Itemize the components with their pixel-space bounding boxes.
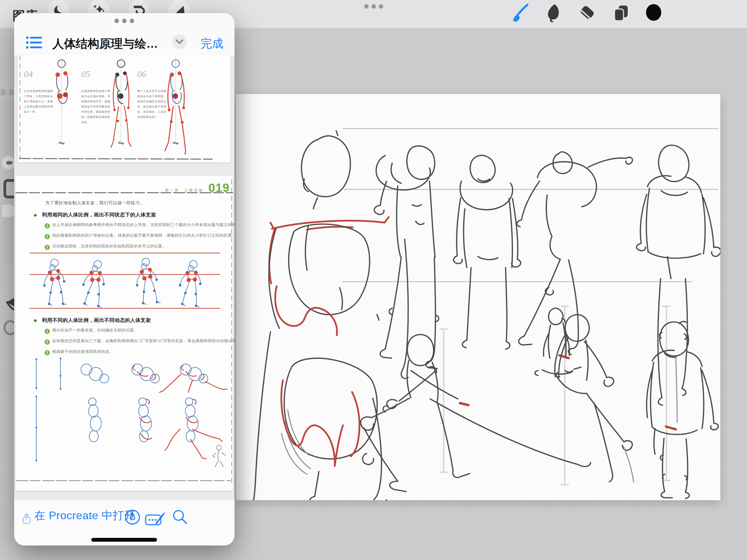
step-text: 整个人体支架可以简单地划分为躯干和四肢。绘制时先确定头部的位置，然后画出躯干和四… (137, 88, 166, 120)
multitask-indicator[interactable] (364, 4, 383, 9)
bullet-number-icon: 2 (45, 339, 50, 345)
title-menu-button[interactable] (172, 35, 187, 49)
bullet-number-icon: 1 (45, 223, 50, 228)
home-indicator[interactable] (91, 538, 157, 542)
pdf-page-1: 04分别在肩膀和胯部画两个球体，注意控制好这四个球体的大小，肩膀上的球体要比胯部… (18, 55, 230, 162)
open-in-procreate-button[interactable]: 在 Procreate 中打开 (34, 508, 135, 523)
exercise-bullet: 1画出长短不一的垂直线，分别确定头部的位置。 (45, 328, 138, 334)
chevron-down-icon (176, 39, 183, 44)
table-of-contents-button[interactable] (26, 35, 43, 50)
step-number: 04 (24, 69, 33, 80)
smudge-button[interactable] (544, 3, 563, 22)
hidden-ui-pill (2, 205, 15, 217)
exercise-bullet: 3根据躯干的状态安排四肢的动态。 (45, 349, 113, 355)
bullet-number-icon: 3 (45, 245, 50, 250)
same-proportion-exercise-figure (16, 250, 233, 311)
layers-icon (611, 3, 630, 22)
step04-figure (51, 55, 72, 156)
eraser-icon (578, 3, 597, 22)
section2-heading: ◆利用不同的人体比例，画出不同动态的人体支架 (34, 317, 151, 324)
search-icon[interactable] (172, 509, 188, 525)
quicklook-toolbar: 在 Procreate 中打开 (14, 500, 234, 545)
step05-figure (110, 55, 132, 156)
hidden-ui-dash (6, 161, 12, 165)
hidden-ui-fragment (1, 89, 6, 95)
bullet-number-icon: 3 (45, 350, 50, 355)
step-number: 06 (137, 69, 146, 80)
layers-button[interactable] (611, 3, 630, 22)
paint-brush-icon (511, 3, 530, 22)
chapter-label: 第一章 (165, 188, 179, 195)
section1-heading: ◆利用相同的人体比例，画出不同状态下的人体支架 (34, 212, 156, 218)
hidden-ui-fragment (9, 89, 15, 95)
compass-pen-icon[interactable] (124, 509, 141, 525)
step-number: 05 (81, 69, 90, 80)
smudge-icon (544, 3, 563, 22)
color-button[interactable] (644, 3, 663, 22)
pdf-page-2: 第一章 人体支架 019 为了更好地绘制人体支架，我们可以做一些练习。 ◆利用相… (16, 176, 233, 491)
quicklook-header: 人体结构原理与绘… 完成 (14, 32, 234, 55)
autofill-markup-icon[interactable] (145, 511, 166, 527)
done-button[interactable]: 完成 (201, 36, 223, 52)
exercise-bullet: 1在上半身比例相同的参考线中画出不同状态的上半身。注意控制好三个圆的大小并表现出… (45, 222, 234, 228)
quicklook-window: 人体结构原理与绘… 完成 04分别在肩膀和胯部画两个球体，注意控制好这四个球体的… (14, 13, 234, 545)
bullet-number-icon: 1 (45, 329, 50, 334)
intro-text: 为了更好地绘制人体支架，我们可以做一些练习。 (45, 200, 144, 206)
screen: 图库 (0, 0, 747, 560)
share-icon[interactable] (22, 513, 31, 525)
exercise-bullet: 2找好肩膀和胯部的四个球体的位置。球体的位置尽量不要相同，调整好它们的大小和它们… (45, 233, 234, 239)
color-swatch-icon (644, 3, 663, 22)
drawing-canvas[interactable] (236, 94, 720, 500)
step-text: 以肩膀和胯部的四个球体为起点画出四肢。手肘刚好和腰齐平，膝盖刚好处于裆部到脚底的… (81, 88, 110, 125)
diamond-bullet-icon: ◆ (34, 212, 37, 217)
step06-figure (164, 55, 187, 156)
exercise-bullet: 2在有限的空间里画出三个圆，在胸部和胯部画出“工”字形和“U”字形的支架，再在肩… (45, 338, 234, 345)
document-title: 人体结构原理与绘… (52, 36, 170, 52)
pdf-scroll-area[interactable]: 04分别在肩膀和胯部画两个球体，注意控制好这四个球体的大小，肩膀上的球体要比胯部… (14, 55, 234, 500)
bullet-number-icon: 2 (45, 234, 50, 239)
section1-bullets: 1在上半身比例相同的参考线中画出不同状态的上半身。注意控制好三个圆的大小并表现出… (45, 222, 231, 250)
different-proportion-exercise-figure (16, 355, 233, 473)
section-label: 人体支架 (184, 188, 204, 195)
brush-button[interactable] (511, 3, 530, 22)
hidden-ui-panel (2, 100, 15, 155)
figure-sketches (236, 94, 720, 500)
exercise-bullet: 3分别画出四肢，注意控制好四肢的长短和四肢的关节点的位置。 (45, 244, 166, 250)
step-text: 分别在肩膀和胯部画两个球体，注意控制好这四个球体的大小，肩膀上的球体要比胯部的球… (24, 88, 53, 114)
window-drag-handle[interactable] (14, 19, 234, 23)
eraser-button[interactable] (578, 3, 597, 22)
section2-bullets: 1画出长短不一的垂直线，分别确定头部的位置。2在有限的空间里画出三个圆，在胸部和… (45, 328, 231, 357)
diamond-bullet-icon: ◆ (34, 318, 37, 323)
